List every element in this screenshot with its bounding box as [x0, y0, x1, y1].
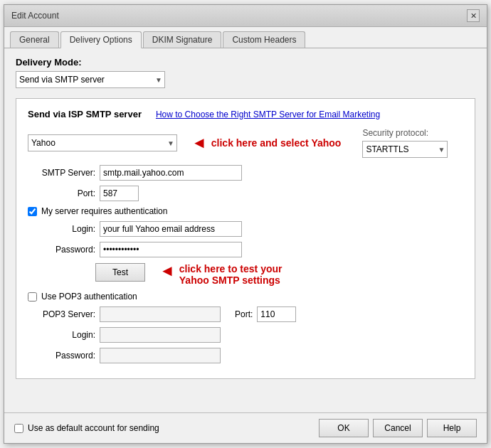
yahoo-annotation-text: click here and select Yahoo: [211, 137, 342, 149]
default-account-checkbox[interactable]: [14, 424, 23, 433]
left-arrow-icon: ◄: [191, 134, 207, 152]
smtp-server-row: SMTP Server:: [28, 165, 463, 181]
help-button[interactable]: Help: [427, 419, 477, 437]
port-label: Port:: [28, 188, 95, 198]
window-title: Edit Account: [11, 11, 59, 21]
footer-buttons: OK Cancel Help: [319, 419, 477, 437]
yahoo-annotation: ◄ click here and select Yahoo: [191, 134, 341, 152]
provider-select-wrapper: Yahoo Gmail Hotmail Custom ▼: [28, 134, 177, 151]
security-protocol-block: Security protocol: STARTTLS SSL/TLS None…: [362, 128, 448, 158]
tab-delivery-options[interactable]: Delivery Options: [60, 31, 142, 48]
pop3-server-label: POP3 Server:: [28, 309, 95, 319]
smtp-server-input[interactable]: [100, 165, 242, 181]
yahoo-provider-row: Yahoo Gmail Hotmail Custom ▼ ◄ click her…: [28, 128, 463, 158]
cancel-button[interactable]: Cancel: [373, 419, 423, 437]
port-input[interactable]: [100, 186, 139, 201]
tab-custom-headers[interactable]: Custom Headers: [223, 31, 305, 48]
test-button[interactable]: Test: [95, 263, 145, 282]
delivery-mode-wrapper: Send via SMTP server Send via local MTA …: [16, 71, 165, 88]
auth-checkbox-row: My server requires authentication: [28, 206, 463, 216]
login-row: Login:: [28, 221, 463, 237]
pop3-checkbox-row: Use POP3 authentication: [28, 292, 463, 302]
test-arrow-icon: ◄: [159, 263, 175, 279]
title-bar: Edit Account ✕: [4, 5, 487, 27]
pop3-password-input[interactable]: [100, 348, 221, 363]
pop3-auth-label: Use POP3 authentication: [41, 292, 137, 302]
security-protocol-label: Security protocol:: [362, 128, 448, 138]
delivery-mode-label: Delivery Mode:: [16, 57, 475, 68]
test-annotation: ◄ click here to test your Yahoo SMTP set…: [159, 263, 283, 286]
auth-checkbox[interactable]: [28, 207, 37, 216]
footer-left: Use as default account for sending: [14, 423, 159, 433]
password-row: Password:: [28, 242, 463, 257]
tab-dkim-signature[interactable]: DKIM Signature: [143, 31, 222, 48]
isp-panel: Send via ISP SMTP server How to Choose t…: [16, 98, 475, 379]
pop3-server-input[interactable]: [100, 306, 221, 322]
pop3-login-label: Login:: [28, 330, 95, 340]
provider-select[interactable]: Yahoo Gmail Hotmail Custom: [28, 134, 177, 151]
ok-button[interactable]: OK: [319, 419, 369, 437]
pop3-password-label: Password:: [28, 351, 95, 361]
pop3-auth-checkbox[interactable]: [28, 292, 37, 302]
isp-panel-title: Send via ISP SMTP server: [28, 109, 142, 119]
delivery-mode-select[interactable]: Send via SMTP server Send via local MTA …: [16, 71, 165, 88]
tab-bar: General Delivery Options DKIM Signature …: [4, 27, 487, 48]
main-window: Edit Account ✕ General Delivery Options …: [4, 4, 487, 444]
pop3-login-input[interactable]: [100, 327, 221, 343]
isp-help-link[interactable]: How to Choose the Right SMTP Server for …: [156, 110, 380, 119]
pop3-login-row: Login:: [28, 327, 463, 343]
test-annotation-line1: click here to test your: [179, 263, 283, 274]
smtp-server-label: SMTP Server:: [28, 168, 95, 178]
tab-general[interactable]: General: [10, 31, 59, 48]
port-row: Port:: [28, 186, 463, 201]
auth-checkbox-label: My server requires authentication: [41, 206, 167, 216]
pop3-port-input[interactable]: [257, 306, 296, 322]
test-annotation-line2: Yahoo SMTP settings: [179, 274, 283, 286]
close-button[interactable]: ✕: [467, 9, 480, 22]
default-account-label: Use as default account for sending: [28, 423, 159, 433]
password-label: Password:: [28, 245, 95, 255]
pop3-server-row: POP3 Server: Port:: [28, 306, 463, 322]
test-row: Test ◄ click here to test your Yahoo SMT…: [95, 263, 463, 286]
pop3-port-label: Port:: [235, 309, 253, 319]
pop3-password-row: Password:: [28, 348, 463, 363]
login-label: Login:: [28, 224, 95, 234]
footer: Use as default account for sending OK Ca…: [4, 412, 487, 443]
security-protocol-select[interactable]: STARTTLS SSL/TLS None: [362, 141, 448, 158]
test-annotation-text: click here to test your Yahoo SMTP setti…: [179, 263, 283, 286]
content-area: Delivery Mode: Send via SMTP server Send…: [4, 48, 487, 412]
isp-header: Send via ISP SMTP server How to Choose t…: [28, 109, 463, 119]
security-select-wrapper: STARTTLS SSL/TLS None ▼: [362, 141, 448, 158]
delivery-mode-row: Send via SMTP server Send via local MTA …: [16, 71, 475, 88]
login-input[interactable]: [100, 221, 242, 237]
password-input[interactable]: [100, 242, 242, 257]
